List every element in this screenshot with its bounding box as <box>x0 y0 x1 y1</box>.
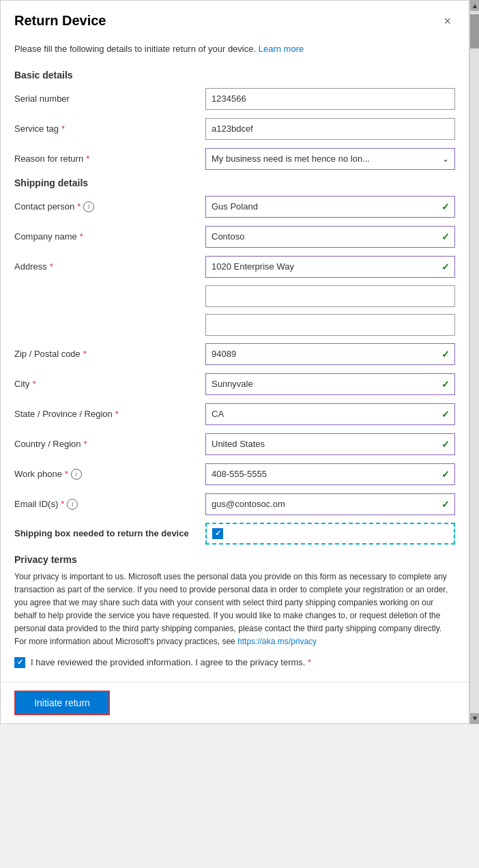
work-phone-label: Work phone * i <box>14 469 205 480</box>
privacy-text: Your privacy is important to us. Microso… <box>14 570 455 649</box>
state-field: ✓ <box>205 403 455 425</box>
contact-person-input[interactable] <box>205 196 455 218</box>
shipping-box-row: Shipping box needed to return the device <box>14 523 455 545</box>
reason-dropdown[interactable]: My business need is met hence no lon... … <box>205 148 455 170</box>
scroll-track[interactable] <box>470 11 479 713</box>
zip-required: * <box>83 349 87 359</box>
service-tag-label: Service tag * <box>14 124 205 134</box>
work-phone-required: * <box>65 469 68 479</box>
reason-return-row: Reason for return * My business need is … <box>14 147 455 171</box>
scroll-up-button[interactable]: ▲ <box>470 0 479 11</box>
email-check-icon: ✓ <box>441 499 450 510</box>
city-row: City * ✓ <box>14 373 455 396</box>
dialog-body: Please fill the following details to ini… <box>1 35 469 682</box>
reason-dropdown-field[interactable]: My business need is met hence no lon... … <box>205 148 455 170</box>
contact-check-icon: ✓ <box>441 201 450 212</box>
address-input-1[interactable] <box>205 256 455 278</box>
company-name-field: ✓ <box>205 226 455 248</box>
contact-person-field: ✓ <box>205 196 455 218</box>
contact-info-icon[interactable]: i <box>83 201 94 212</box>
contact-required: * <box>77 201 81 212</box>
reason-required: * <box>86 154 89 164</box>
initiate-return-button[interactable]: Initiate return <box>14 691 110 715</box>
work-phone-input[interactable] <box>205 463 455 485</box>
shipping-details-section-title: Shipping details <box>14 177 455 188</box>
reason-dropdown-arrow: ⌄ <box>442 154 449 164</box>
email-info-icon[interactable]: i <box>67 499 78 510</box>
address-input-3[interactable] <box>205 314 455 336</box>
country-field: ✓ <box>205 433 455 455</box>
address-check-icon: ✓ <box>441 261 450 272</box>
address-input-2[interactable] <box>205 285 455 307</box>
zip-code-field: ✓ <box>205 343 455 365</box>
description-text: Please fill the following details to ini… <box>14 35 455 67</box>
company-name-label: Company name * <box>14 231 205 242</box>
city-label: City * <box>14 379 205 389</box>
serial-number-field <box>205 88 455 110</box>
country-input[interactable] <box>205 433 455 455</box>
work-phone-info-icon[interactable]: i <box>71 469 82 480</box>
city-check-icon: ✓ <box>441 379 450 390</box>
email-required: * <box>61 499 64 509</box>
address-row: Address * ✓ <box>14 255 455 278</box>
state-label: State / Province / Region * <box>14 409 205 419</box>
scroll-thumb[interactable] <box>470 14 479 48</box>
address-required: * <box>50 261 53 272</box>
shipping-box-check-area[interactable] <box>205 523 455 545</box>
address-line3-row <box>14 314 455 336</box>
email-field: ✓ <box>205 493 455 515</box>
state-input[interactable] <box>205 403 455 425</box>
learn-more-link[interactable]: Learn more <box>259 44 304 54</box>
privacy-section: Privacy terms Your privacy is important … <box>14 554 455 668</box>
state-check-icon: ✓ <box>441 409 450 420</box>
zip-code-input[interactable] <box>205 343 455 365</box>
work-phone-field: ✓ <box>205 463 455 485</box>
work-phone-check-icon: ✓ <box>441 469 450 480</box>
country-required: * <box>84 439 87 449</box>
company-name-row: Company name * ✓ <box>14 225 455 248</box>
privacy-agree-text: I have reviewed the provided information… <box>31 657 311 667</box>
privacy-agree-row: I have reviewed the provided information… <box>14 657 455 668</box>
privacy-link[interactable]: https://aka.ms/privacy <box>237 637 317 646</box>
zip-check-icon: ✓ <box>441 349 450 360</box>
address-line3-field <box>205 314 455 336</box>
service-tag-field <box>205 118 455 140</box>
contact-person-label: Contact person * i <box>14 201 205 212</box>
city-input[interactable] <box>205 373 455 395</box>
shipping-box-label: Shipping box needed to return the device <box>14 528 205 538</box>
dialog-title: Return Device <box>14 13 106 29</box>
address-line2-field <box>205 285 455 307</box>
shipping-box-checkbox[interactable] <box>212 528 223 539</box>
dialog-footer: Initiate return <box>1 682 469 723</box>
email-row: Email ID(s) * i ✓ <box>14 493 455 516</box>
country-check-icon: ✓ <box>441 439 450 450</box>
address-label: Address * <box>14 261 205 272</box>
service-tag-required: * <box>61 124 65 134</box>
company-check-icon: ✓ <box>441 231 450 242</box>
address-line2-row <box>14 285 455 307</box>
scroll-down-button[interactable]: ▼ <box>470 713 479 724</box>
address-field: ✓ <box>205 256 455 278</box>
serial-number-row: Serial number <box>14 87 455 111</box>
country-row: Country / Region * ✓ <box>14 433 455 456</box>
service-tag-row: Service tag * <box>14 117 455 141</box>
dialog-container: Return Device × Please fill the followin… <box>0 0 479 724</box>
company-required: * <box>80 231 83 242</box>
work-phone-row: Work phone * i ✓ <box>14 463 455 486</box>
privacy-agree-checkbox[interactable] <box>14 657 25 668</box>
email-label: Email ID(s) * i <box>14 499 205 510</box>
service-tag-input[interactable] <box>205 118 455 140</box>
company-name-input[interactable] <box>205 226 455 248</box>
close-button[interactable]: × <box>439 14 455 29</box>
serial-number-input[interactable] <box>205 88 455 110</box>
state-row: State / Province / Region * ✓ <box>14 403 455 426</box>
city-field: ✓ <box>205 373 455 395</box>
email-input[interactable] <box>205 493 455 515</box>
zip-code-row: Zip / Postal code * ✓ <box>14 343 455 366</box>
serial-number-label: Serial number <box>14 93 205 104</box>
state-required: * <box>115 409 119 419</box>
address-spacer-3 <box>14 314 205 336</box>
dialog-header: Return Device × <box>1 1 469 35</box>
contact-person-row: Contact person * i ✓ <box>14 195 455 218</box>
scrollbar[interactable]: ▲ ▼ <box>469 0 479 724</box>
